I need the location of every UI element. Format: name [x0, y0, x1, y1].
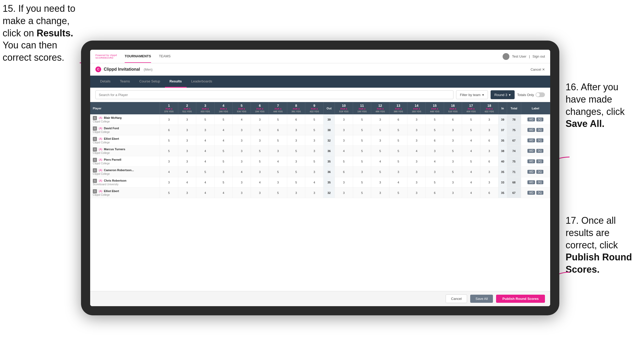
hole-6-score[interactable]: 5 — [251, 156, 269, 167]
sign-out-link[interactable]: Sign out — [532, 54, 545, 58]
cancel-tournament-btn[interactable]: Cancel ✕ — [531, 68, 545, 71]
hole-12-score[interactable]: 4 — [371, 156, 389, 167]
hole-3-score[interactable]: 5 — [196, 114, 215, 125]
hole-3-score[interactable]: 4 — [196, 188, 215, 198]
hole-6-score[interactable]: 5 — [251, 146, 269, 156]
hole-15-score[interactable]: 6 — [426, 188, 444, 198]
toggle-switch[interactable] — [536, 92, 545, 97]
hole-18-score[interactable]: 3 — [480, 177, 498, 188]
hole-2-score[interactable]: 4 — [178, 167, 196, 177]
hole-9-score[interactable]: 3 — [305, 188, 324, 198]
hole-12-score[interactable]: 3 — [371, 114, 389, 125]
wd-button[interactable]: WD — [527, 149, 535, 153]
hole-18-score[interactable]: 3 — [480, 167, 498, 177]
hole-16-score[interactable]: 6 — [444, 114, 462, 125]
hole-4-score[interactable]: 5 — [214, 177, 233, 188]
hole-4-score[interactable]: 5 — [214, 146, 233, 156]
hole-10-score[interactable]: 3 — [335, 125, 353, 135]
hole-16-score[interactable]: 3 — [444, 135, 462, 146]
hole-18-score[interactable]: 6 — [480, 188, 498, 198]
hole-1-score[interactable]: 5 — [160, 135, 178, 146]
hole-5-score[interactable]: 3 — [233, 156, 251, 167]
hole-14-score[interactable]: 3 — [407, 177, 426, 188]
hole-14-score[interactable]: 3 — [407, 125, 426, 135]
hole-17-score[interactable]: 5 — [462, 114, 480, 125]
hole-13-score[interactable]: 3 — [389, 167, 407, 177]
hole-12-score[interactable]: 3 — [371, 135, 389, 146]
hole-14-score[interactable]: 3 — [407, 156, 426, 167]
hole-14-score[interactable]: 3 — [407, 135, 426, 146]
hole-12-score[interactable]: 5 — [371, 167, 389, 177]
nav-tournaments[interactable]: TOURNAMENTS — [125, 50, 151, 63]
hole-2-score[interactable]: 3 — [178, 114, 196, 125]
cancel-action-button[interactable]: Cancel — [446, 294, 467, 303]
hole-10-score[interactable]: 5 — [335, 156, 353, 167]
hole-8-score[interactable]: 3 — [287, 188, 305, 198]
hole-4-score[interactable]: 5 — [214, 114, 233, 125]
hole-16-score[interactable]: 3 — [444, 177, 462, 188]
hole-5-score[interactable]: 3 — [233, 146, 251, 156]
dq-button[interactable]: DQ — [536, 191, 543, 195]
hole-7-score[interactable]: 5 — [269, 135, 287, 146]
hole-2-score[interactable]: 3 — [178, 188, 196, 198]
hole-12-score[interactable]: 5 — [371, 146, 389, 156]
hole-15-score[interactable]: 5 — [426, 125, 444, 135]
dq-button[interactable]: DQ — [536, 170, 543, 174]
hole-6-score[interactable]: 4 — [251, 177, 269, 188]
hole-2-score[interactable]: 4 — [178, 177, 196, 188]
hole-17-score[interactable]: 5 — [462, 156, 480, 167]
search-input[interactable] — [95, 90, 453, 99]
hole-12-score[interactable]: 5 — [371, 125, 389, 135]
hole-8-score[interactable]: 3 — [287, 135, 305, 146]
hole-1-score[interactable]: 5 — [160, 188, 178, 198]
hole-18-score[interactable]: 6 — [480, 135, 498, 146]
hole-5-score[interactable]: 3 — [233, 177, 251, 188]
hole-9-score[interactable]: 3 — [305, 146, 324, 156]
hole-11-score[interactable]: 5 — [353, 114, 371, 125]
totals-only-toggle[interactable]: Totals Only — [517, 92, 545, 97]
hole-17-score[interactable]: 5 — [462, 125, 480, 135]
hole-14-score[interactable]: 3 — [407, 114, 426, 125]
hole-7-score[interactable]: 6 — [269, 125, 287, 135]
hole-18-score[interactable]: 6 — [480, 156, 498, 167]
tab-teams[interactable]: Teams — [115, 76, 135, 88]
hole-1-score[interactable]: 3 — [160, 156, 178, 167]
hole-8-score[interactable]: 6 — [287, 114, 305, 125]
hole-17-score[interactable]: 4 — [462, 146, 480, 156]
hole-3-score[interactable]: 3 — [196, 125, 215, 135]
hole-5-score[interactable]: 3 — [233, 188, 251, 198]
hole-4-score[interactable]: 4 — [214, 125, 233, 135]
publish-round-scores-button[interactable]: Publish Round Scores — [496, 295, 545, 303]
hole-13-score[interactable]: 5 — [389, 156, 407, 167]
wd-button[interactable]: WD — [527, 117, 535, 121]
hole-16-score[interactable]: 5 — [444, 167, 462, 177]
dq-button[interactable]: DQ — [536, 128, 543, 132]
dq-button[interactable]: DQ — [536, 138, 543, 142]
hole-1-score[interactable]: 4 — [160, 167, 178, 177]
hole-15-score[interactable]: 3 — [426, 146, 444, 156]
hole-8-score[interactable]: 5 — [287, 146, 305, 156]
hole-9-score[interactable]: 3 — [305, 167, 324, 177]
hole-4-score[interactable]: 3 — [214, 167, 233, 177]
hole-11-score[interactable]: 5 — [353, 177, 371, 188]
hole-6-score[interactable]: 3 — [251, 114, 269, 125]
hole-17-score[interactable]: 4 — [462, 167, 480, 177]
dq-button[interactable]: DQ — [536, 180, 543, 184]
hole-15-score[interactable]: 3 — [426, 167, 444, 177]
hole-7-score[interactable]: 5 — [269, 188, 287, 198]
hole-10-score[interactable]: 3 — [335, 114, 353, 125]
hole-3-score[interactable]: 4 — [196, 135, 215, 146]
hole-13-score[interactable]: 5 — [389, 125, 407, 135]
hole-6-score[interactable]: 3 — [251, 167, 269, 177]
wd-button[interactable]: WD — [527, 191, 535, 195]
hole-11-score[interactable]: 5 — [353, 188, 371, 198]
wd-button[interactable]: WD — [527, 128, 535, 132]
hole-5-score[interactable]: 3 — [233, 125, 251, 135]
hole-8-score[interactable]: 5 — [287, 167, 305, 177]
hole-8-score[interactable]: 3 — [287, 156, 305, 167]
hole-14-score[interactable]: 4 — [407, 146, 426, 156]
hole-9-score[interactable]: 5 — [305, 125, 324, 135]
hole-11-score[interactable]: 5 — [353, 156, 371, 167]
hole-10-score[interactable]: 3 — [335, 177, 353, 188]
tab-leaderboards[interactable]: Leaderboards — [187, 76, 217, 88]
